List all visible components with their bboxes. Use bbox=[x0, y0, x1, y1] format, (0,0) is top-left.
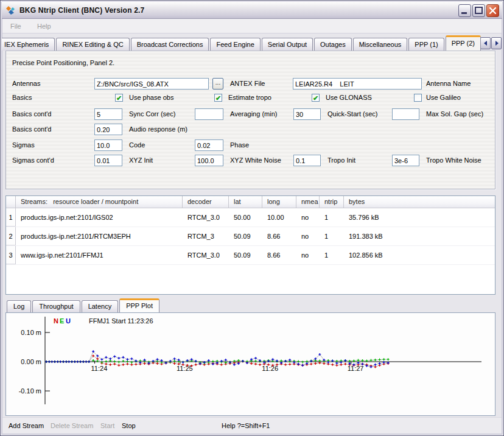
tab-ppp-2[interactable]: PPP (2) bbox=[446, 35, 481, 51]
tropo-white-noise-label: Tropo White Noise bbox=[426, 155, 481, 166]
menu-help[interactable]: Help bbox=[37, 19, 51, 33]
svg-text:0.00 m: 0.00 m bbox=[21, 358, 41, 365]
menu-bar: File Help bbox=[2, 19, 502, 33]
header-lat: lat bbox=[229, 196, 262, 208]
tab-scroll-left-button[interactable] bbox=[480, 37, 491, 49]
sigma-phase-label: Phase bbox=[230, 139, 249, 151]
estimate-tropo-checkbox[interactable]: ✔ bbox=[214, 94, 222, 102]
tab-rinex-ephemeris[interactable]: IEX Ephemeris bbox=[2, 38, 55, 51]
cell-nmea: no bbox=[296, 227, 320, 245]
sigma-phase-input[interactable] bbox=[195, 139, 223, 151]
sync-corr-input[interactable] bbox=[94, 108, 122, 120]
use-galileo-label: Use Galileo bbox=[426, 92, 461, 104]
tab-scroll-right-button[interactable] bbox=[491, 37, 502, 49]
help-shortcut-text: Help ?=Shift+F1 bbox=[222, 418, 270, 434]
minimize-icon bbox=[459, 5, 471, 16]
cell-ntrip: 1 bbox=[320, 246, 344, 264]
antex-path-input[interactable] bbox=[94, 78, 209, 90]
tab-serial-output[interactable]: Serial Output bbox=[262, 38, 313, 51]
chevron-left-icon bbox=[482, 40, 489, 47]
tab-scroll-buttons bbox=[480, 37, 502, 49]
ppp-plot-panel: 0.10 m0.00 m-0.10 m11:2411:2511:2611:27N… bbox=[5, 312, 495, 416]
antenna-name-input[interactable] bbox=[293, 78, 422, 90]
use-galileo-checkbox[interactable] bbox=[414, 94, 422, 102]
minimize-button[interactable] bbox=[458, 4, 471, 17]
antennas-label: Antennas bbox=[12, 78, 40, 90]
cell-bytes: 102.856 kB bbox=[344, 246, 495, 264]
cell-mountpoint: products.igs-ip.net:2101/IGS02 bbox=[16, 208, 183, 227]
chevron-right-icon bbox=[493, 40, 500, 47]
stream-row-2[interactable]: 2 products.igs-ip.net:2101/RTCM3EPH RTCM… bbox=[6, 227, 495, 246]
cell-mountpoint: www.igs-ip.net:2101/FFMJ1 bbox=[16, 246, 183, 264]
tab-log[interactable]: Log bbox=[7, 300, 31, 312]
stream-row-1[interactable]: 1 products.igs-ip.net:2101/IGS02 RTCM_3.… bbox=[6, 208, 495, 227]
cell-lat: 50.00 bbox=[229, 208, 262, 227]
tropo-init-input[interactable] bbox=[293, 155, 321, 166]
tab-throughput[interactable]: Throughput bbox=[32, 300, 80, 312]
max-sol-gap-label: Max Sol. Gap (sec) bbox=[426, 108, 483, 120]
tab-latency[interactable]: Latency bbox=[82, 300, 119, 312]
xyz-init-label: XYZ Init bbox=[129, 155, 153, 166]
menu-file[interactable]: File bbox=[10, 19, 21, 33]
use-phase-obs-checkbox[interactable]: ✔ bbox=[115, 94, 123, 102]
tab-ppp-1[interactable]: PPP (1) bbox=[408, 38, 444, 51]
cell-decoder: RTCM_3.0 bbox=[183, 246, 229, 264]
cell-bytes: 35.796 kB bbox=[344, 208, 495, 227]
stream-row-3[interactable]: 3 www.igs-ip.net:2101/FFMJ1 RTCM_3.0 50.… bbox=[6, 246, 495, 265]
header-ntrip: ntrip bbox=[320, 196, 344, 208]
tropo-white-noise-input[interactable] bbox=[392, 155, 419, 166]
svg-text:N: N bbox=[54, 317, 58, 325]
browse-antex-button[interactable]: ... bbox=[212, 78, 223, 90]
row-number: 1 bbox=[6, 208, 16, 227]
delete-stream-button[interactable]: Delete Stream bbox=[51, 418, 93, 434]
start-button[interactable]: Start bbox=[100, 418, 114, 434]
tab-feed-engine[interactable]: Feed Engine bbox=[210, 38, 260, 51]
svg-text:-0.10 m: -0.10 m bbox=[19, 387, 41, 395]
row-number: 2 bbox=[6, 227, 16, 245]
top-tab-bar: IEX EphemerisRINEX Editing & QCBroadcast… bbox=[2, 35, 502, 51]
close-icon bbox=[487, 5, 499, 16]
tab-outages[interactable]: Outages bbox=[314, 38, 352, 51]
header-long: long bbox=[262, 196, 296, 208]
sigma-code-input[interactable] bbox=[94, 139, 122, 151]
estimate-tropo-label: Estimate tropo bbox=[228, 92, 271, 104]
basics-label: Basics bbox=[12, 92, 32, 104]
xyz-init-input[interactable] bbox=[94, 155, 122, 166]
cell-decoder: RTCM_3 bbox=[183, 227, 229, 245]
cell-ntrip: 1 bbox=[320, 227, 344, 245]
quick-start-input[interactable] bbox=[293, 108, 321, 120]
svg-text:11:26: 11:26 bbox=[262, 365, 278, 372]
audio-response-input[interactable] bbox=[94, 124, 122, 135]
tab-ppp-plot[interactable]: PPP Plot bbox=[119, 298, 159, 312]
header-nmea: nmea bbox=[296, 196, 320, 208]
sigmas-contd-label: Sigmas cont'd bbox=[12, 155, 54, 166]
averaging-label: Averaging (min) bbox=[230, 108, 277, 120]
sigma-code-label: Code bbox=[129, 139, 145, 151]
xyz-white-noise-label: XYZ White Noise bbox=[230, 155, 281, 166]
maximize-icon bbox=[473, 5, 485, 16]
antex-file-label: ANTEX File bbox=[230, 78, 265, 90]
sync-corr-label: Sync Corr (sec) bbox=[129, 108, 175, 120]
tab-rinex-editing-qc[interactable]: RINEX Editing & QC bbox=[56, 38, 129, 51]
use-glonass-label: Use GLONASS bbox=[326, 92, 372, 104]
close-button[interactable] bbox=[486, 4, 499, 17]
max-sol-gap-input[interactable] bbox=[392, 108, 419, 120]
cell-mountpoint: products.igs-ip.net:2101/RTCM3EPH bbox=[16, 227, 183, 245]
cell-decoder: RTCM_3.0 bbox=[183, 208, 229, 227]
use-glonass-checkbox[interactable]: ✔ bbox=[312, 94, 320, 102]
svg-text:E: E bbox=[60, 317, 64, 325]
stop-button[interactable]: Stop bbox=[122, 418, 136, 434]
svg-text:0.10 m: 0.10 m bbox=[21, 329, 41, 336]
cell-nmea: no bbox=[296, 246, 320, 264]
bnc-logo-icon bbox=[5, 5, 15, 15]
svg-text:U: U bbox=[66, 317, 71, 325]
maximize-button[interactable] bbox=[472, 4, 485, 17]
tab-broadcast-corrections[interactable]: Broadcast Corrections bbox=[131, 38, 209, 51]
cell-long: 10.00 bbox=[262, 208, 296, 227]
status-bar: Add Stream Delete Stream Start Stop Help… bbox=[2, 417, 502, 434]
tab-miscellaneous[interactable]: Miscellaneous bbox=[353, 38, 408, 51]
add-stream-button[interactable]: Add Stream bbox=[9, 418, 44, 434]
averaging-input[interactable] bbox=[195, 108, 223, 120]
panel-heading: Precise Point Positioning, Panel 2. bbox=[12, 57, 114, 69]
xyz-white-noise-input[interactable] bbox=[195, 155, 223, 166]
